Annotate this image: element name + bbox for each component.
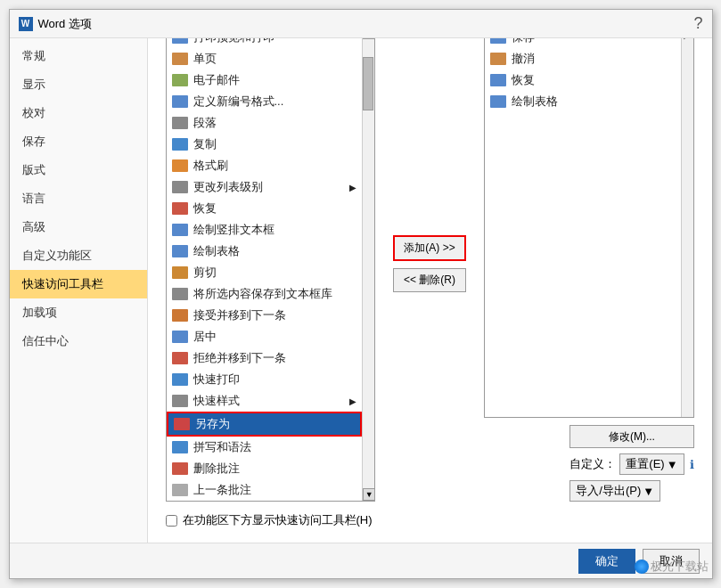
right-expand-btn[interactable]: ▶ xyxy=(681,38,693,417)
panels-row: 打印预览和打印单页电子邮件定义新编号格式...段落复制格式刷更改列表级别▶恢复绘… xyxy=(166,38,694,502)
list-item-label: 接受并移到下一条 xyxy=(193,307,286,323)
list-item-icon xyxy=(172,352,188,364)
footer: 极光下载站 确定 取消 xyxy=(10,543,712,578)
main-content: 自定义快速访问工具栏。 从下列位置选择命令(C): ℹ 常用命令 ▼ 自 xyxy=(148,38,712,543)
list-item[interactable]: 定义新编号格式... xyxy=(167,91,363,112)
submenu-arrow: ▶ xyxy=(349,396,356,406)
sidebar-item-save[interactable]: 保存 xyxy=(10,127,147,156)
right-list[interactable]: 保存撤消恢复绘制表格 xyxy=(485,38,681,417)
add-button[interactable]: 添加(A) >> xyxy=(393,235,465,261)
list-item-label: 拼写和语法 xyxy=(193,439,251,455)
list-item-label: 快速样式 xyxy=(193,393,240,409)
right-panel: 保存撤消恢复绘制表格 ▶ xyxy=(484,38,694,418)
reset-dropdown[interactable]: 重置(E) ▼ xyxy=(619,453,684,475)
scroll-thumb[interactable] xyxy=(363,57,373,110)
sidebar-item-quick-access[interactable]: 快速访问工具栏 xyxy=(10,270,147,298)
list-item-icon xyxy=(172,117,188,129)
list-item[interactable]: 快速样式▶ xyxy=(167,390,363,412)
right-item-label: 绘制表格 xyxy=(512,94,558,110)
list-item[interactable]: 格式刷 xyxy=(167,155,363,176)
right-item-icon xyxy=(490,53,506,65)
sidebar-item-language[interactable]: 语言 xyxy=(10,184,147,213)
list-item-icon xyxy=(172,181,188,193)
scroll-down-btn[interactable]: ▼ xyxy=(363,488,374,501)
list-item[interactable]: 剪切 xyxy=(167,262,363,283)
list-item-label: 复制 xyxy=(193,136,217,152)
list-item-label: 剪切 xyxy=(193,265,217,281)
list-item[interactable]: 接受并移到下一条 xyxy=(167,305,363,326)
right-item-label: 保存 xyxy=(512,38,535,45)
list-item-icon xyxy=(172,309,188,322)
list-item-label: 定义新编号格式... xyxy=(193,94,284,110)
left-scroll-container: 打印预览和打印单页电子邮件定义新编号格式...段落复制格式刷更改列表级别▶恢复绘… xyxy=(167,38,375,501)
left-list-panel: 打印预览和打印单页电子邮件定义新编号格式...段落复制格式刷更改列表级别▶恢复绘… xyxy=(166,38,376,502)
list-item-icon xyxy=(172,224,188,236)
dialog-body: 常规 显示 校对 保存 版式 语言 高级 自定义功能区 快速访问工具栏 加载项 … xyxy=(10,38,712,543)
list-item[interactable]: 电子邮件 xyxy=(167,69,363,91)
list-item[interactable]: 拼写和语法 xyxy=(167,437,363,458)
sidebar-item-addins[interactable]: 加载项 xyxy=(10,298,147,327)
reset-arrow: ▼ xyxy=(667,458,678,471)
list-item[interactable]: 绘制表格 xyxy=(167,241,363,262)
sidebar-item-proofing[interactable]: 校对 xyxy=(10,99,147,127)
list-item[interactable]: 更改列表级别▶ xyxy=(167,176,363,198)
list-item[interactable]: 绘制竖排文本框 xyxy=(167,219,363,241)
checkbox-label[interactable]: 在功能区下方显示快速访问工具栏(H) xyxy=(183,512,373,528)
list-item[interactable]: 拒绝并移到下一条 xyxy=(167,347,363,369)
sidebar-item-advanced[interactable]: 高级 xyxy=(10,213,147,241)
list-item[interactable]: 将所选内容保存到文本框库 xyxy=(167,283,363,305)
right-list-item[interactable]: 保存 xyxy=(485,38,681,48)
list-item-icon xyxy=(172,373,188,386)
list-item[interactable]: 另存为 xyxy=(167,412,363,437)
right-item-icon xyxy=(490,95,506,108)
list-item[interactable]: 打印预览和打印 xyxy=(167,38,363,48)
list-item-icon xyxy=(172,95,188,108)
list-item-label: 将所选内容保存到文本框库 xyxy=(193,286,332,302)
customize-info-icon[interactable]: ℹ xyxy=(690,458,694,471)
right-bottom: 修改(M)... 自定义： 重置(E) ▼ ℹ 导入/导出(P) xyxy=(569,425,693,502)
list-item[interactable]: 复制 xyxy=(167,134,363,155)
list-item[interactable]: 删除批注 xyxy=(167,458,363,479)
list-item-label: 更改列表级别 xyxy=(193,179,263,195)
list-item-icon xyxy=(172,462,188,475)
list-item[interactable]: 恢复 xyxy=(167,198,363,219)
list-item[interactable]: 段落 xyxy=(167,112,363,134)
import-export-dropdown[interactable]: 导入/导出(P) ▼ xyxy=(569,480,660,502)
sidebar-item-general[interactable]: 常规 xyxy=(10,42,147,70)
sidebar-item-display[interactable]: 显示 xyxy=(10,70,147,99)
list-item[interactable]: 快速打印 xyxy=(167,369,363,390)
modify-button[interactable]: 修改(M)... xyxy=(569,425,693,448)
list-item[interactable]: 居中 xyxy=(167,326,363,347)
left-list[interactable]: 打印预览和打印单页电子邮件定义新编号格式...段落复制格式刷更改列表级别▶恢复绘… xyxy=(167,38,363,501)
sidebar-item-layout[interactable]: 版式 xyxy=(10,156,147,184)
list-item-label: 绘制竖排文本框 xyxy=(193,222,274,238)
right-list-item[interactable]: 撤消 xyxy=(485,48,681,69)
watermark: 极光下载站 xyxy=(635,559,709,575)
sidebar-item-customize-ribbon[interactable]: 自定义功能区 xyxy=(10,241,147,270)
help-icon[interactable]: ? xyxy=(693,14,702,33)
scroll-track xyxy=(363,39,374,488)
word-options-dialog: W Word 选项 ? 常规 显示 校对 保存 版式 语言 高级 自定义功能区 … xyxy=(9,9,713,579)
right-list-item[interactable]: 恢复 xyxy=(485,69,681,91)
show-below-ribbon-checkbox[interactable] xyxy=(166,515,177,527)
checkbox-row: 在功能区下方显示快速访问工具栏(H) xyxy=(166,512,694,528)
list-item-icon xyxy=(172,266,188,279)
list-item[interactable]: 上一条批注 xyxy=(167,479,363,501)
list-item-label: 段落 xyxy=(193,115,217,131)
right-item-icon xyxy=(490,74,506,86)
list-item[interactable]: 单页 xyxy=(167,48,363,69)
list-item-label: 打印预览和打印 xyxy=(193,38,274,45)
remove-button[interactable]: << 删除(R) xyxy=(393,268,465,292)
import-arrow: ▼ xyxy=(643,485,654,498)
right-list-item[interactable]: 绘制表格 xyxy=(485,91,681,112)
sidebar: 常规 显示 校对 保存 版式 语言 高级 自定义功能区 快速访问工具栏 加载项 … xyxy=(10,38,148,543)
watermark-logo xyxy=(635,559,649,574)
left-scrollbar[interactable]: ▲ ▼ xyxy=(362,38,374,501)
right-item-icon xyxy=(490,38,506,44)
ok-button[interactable]: 确定 xyxy=(578,549,635,574)
right-item-label: 撤消 xyxy=(512,51,535,67)
list-item-label: 绘制表格 xyxy=(193,243,240,259)
list-item-icon xyxy=(172,484,188,496)
right-scroll-container: 保存撤消恢复绘制表格 ▶ xyxy=(485,38,693,417)
sidebar-item-trust-center[interactable]: 信任中心 xyxy=(10,327,147,355)
